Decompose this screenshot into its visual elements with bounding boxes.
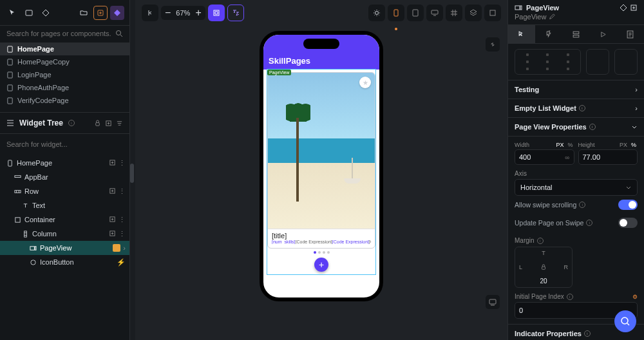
zoom-out-button[interactable]: −	[165, 7, 171, 19]
nav-diamond-icon[interactable]	[39, 6, 53, 20]
axis-select[interactable]: Horizontal	[515, 179, 638, 196]
left-panel: HomePageHomePageCopyLoginPagePhoneAuthPa…	[0, 0, 130, 340]
tab-docs[interactable]	[617, 25, 644, 43]
page-search-input[interactable]	[6, 30, 111, 37]
fit-screen-icon[interactable]	[208, 5, 225, 21]
page-item-homepagecopy[interactable]: HomePageCopy	[0, 55, 129, 68]
layers-icon[interactable]	[465, 5, 482, 21]
chat-help-button[interactable]	[614, 310, 636, 332]
tree-node-row[interactable]: Row⋮	[0, 184, 129, 198]
add-child-icon[interactable]	[109, 230, 116, 238]
grid-icon[interactable]	[446, 5, 462, 21]
device-mobile-icon[interactable]	[388, 5, 404, 21]
nav-plus-box-icon[interactable]	[93, 6, 108, 20]
initial-index-input[interactable]	[519, 307, 633, 314]
section-testing[interactable]: Testing ›	[508, 80, 644, 99]
add-child-icon[interactable]	[109, 216, 116, 224]
info-icon[interactable]: i	[586, 220, 592, 226]
svg-rect-6	[8, 84, 12, 90]
page-item-verifycodepage[interactable]: VerifyCodePage	[0, 94, 129, 107]
expansion-box-1[interactable]	[586, 49, 609, 75]
more-icon[interactable]: ⋮	[118, 230, 126, 238]
more-icon[interactable]: ⋮	[118, 187, 126, 196]
add-child-icon[interactable]	[109, 159, 116, 167]
info-icon[interactable]: i	[589, 124, 596, 130]
link-tool-icon[interactable]	[486, 37, 500, 52]
expansion-box-2[interactable]	[614, 49, 638, 75]
nav-components-icon[interactable]	[22, 6, 36, 20]
tree-node-iconbutton[interactable]: IconButton⚡	[0, 255, 129, 269]
widget-tree-header: Widget Tree i	[0, 112, 129, 134]
info-icon[interactable]: i	[584, 330, 591, 337]
page-item-homepage[interactable]: HomePage	[0, 42, 129, 55]
wrap-icon[interactable]	[630, 4, 638, 12]
nav-cursor-icon[interactable]	[5, 6, 19, 20]
svg-rect-25	[413, 10, 418, 16]
infinity-icon[interactable]: ∞	[565, 154, 569, 161]
info-icon[interactable]: i	[68, 120, 75, 126]
tree-node-appbar[interactable]: AppBar	[0, 170, 129, 184]
width-input[interactable]	[519, 153, 565, 161]
update-page-toggle[interactable]	[618, 218, 638, 228]
page-item-loginpage[interactable]: LoginPage	[0, 68, 129, 81]
widget-search-input[interactable]	[6, 140, 123, 148]
tree-node-column[interactable]: Column⋮	[0, 227, 129, 241]
favorite-button[interactable]: ★	[359, 77, 371, 88]
device-tablet-icon[interactable]	[407, 5, 424, 21]
tab-layout[interactable]	[508, 25, 535, 43]
page-item-phoneauthpage[interactable]: PhoneAuthPage	[0, 81, 129, 94]
section-pageview-props[interactable]: Page View Propertiesi	[508, 117, 644, 136]
svg-rect-26	[431, 10, 438, 14]
lock-icon[interactable]	[94, 120, 101, 127]
section-empty-list[interactable]: Empty List Widgeti ›	[508, 99, 644, 117]
height-input[interactable]	[583, 153, 634, 161]
margin-editor[interactable]: T L R 20	[515, 247, 573, 288]
info-icon[interactable]: i	[567, 294, 573, 300]
translate-icon[interactable]	[227, 5, 244, 21]
more-icon[interactable]: ⋮	[118, 159, 126, 167]
panel-collapse-icon[interactable]	[142, 5, 158, 21]
breadcrumb[interactable]: PageView	[508, 13, 644, 24]
left-top-toolbar	[0, 0, 129, 26]
align-grid-box[interactable]	[515, 49, 581, 75]
lock-icon[interactable]	[540, 264, 547, 270]
tree-node-pageview[interactable]: PageView›	[0, 241, 129, 255]
tree-node-homepage[interactable]: HomePage⋮	[0, 156, 129, 170]
frame-icon[interactable]	[484, 5, 501, 21]
unit-px[interactable]: PX	[554, 142, 565, 148]
page-indicator-dots	[263, 249, 379, 256]
unit-px[interactable]: PX	[618, 142, 629, 148]
device-desktop-icon[interactable]	[426, 5, 443, 21]
zoom-in-button[interactable]: +	[195, 7, 201, 19]
preview-tool-icon[interactable]	[486, 295, 500, 309]
chevron-right-icon: ›	[635, 86, 638, 93]
update-page-row: Update Page on Swipei	[515, 214, 638, 232]
unit-pct[interactable]: %	[630, 142, 638, 148]
preview-card[interactable]: ★ [title] [num_skills][Code Expression][…	[267, 72, 375, 249]
allow-swipe-toggle[interactable]	[618, 200, 638, 210]
card-body: [title] [num_skills][Code Expression][Co…	[268, 229, 375, 248]
tree-node-text[interactable]: Text	[0, 198, 129, 212]
more-icon[interactable]: ⋮	[118, 216, 126, 224]
info-icon[interactable]: i	[579, 202, 585, 208]
brightness-icon[interactable]	[368, 5, 385, 21]
alignment-controls	[508, 44, 644, 80]
nav-folder-icon[interactable]	[77, 6, 91, 20]
info-icon[interactable]: i	[537, 238, 544, 244]
edit-icon[interactable]	[549, 14, 555, 20]
variable-icon[interactable]: ⚙	[632, 294, 638, 300]
tab-animations[interactable]	[590, 25, 617, 43]
tab-actions[interactable]	[535, 25, 562, 43]
nav-gem-icon[interactable]	[110, 6, 124, 20]
sort-icon[interactable]	[116, 120, 123, 127]
search-icon[interactable]	[115, 30, 123, 37]
add-child-icon[interactable]	[109, 187, 116, 196]
panel-resize-handle[interactable]	[130, 164, 134, 183]
fab-add-button[interactable]: +	[314, 258, 328, 272]
tree-node-container[interactable]: Container⋮	[0, 212, 129, 227]
collapse-icon[interactable]	[105, 120, 112, 127]
info-icon[interactable]: i	[579, 105, 585, 111]
gem-icon[interactable]	[620, 4, 627, 12]
unit-pct[interactable]: %	[566, 142, 574, 148]
tab-backend[interactable]	[562, 25, 589, 43]
